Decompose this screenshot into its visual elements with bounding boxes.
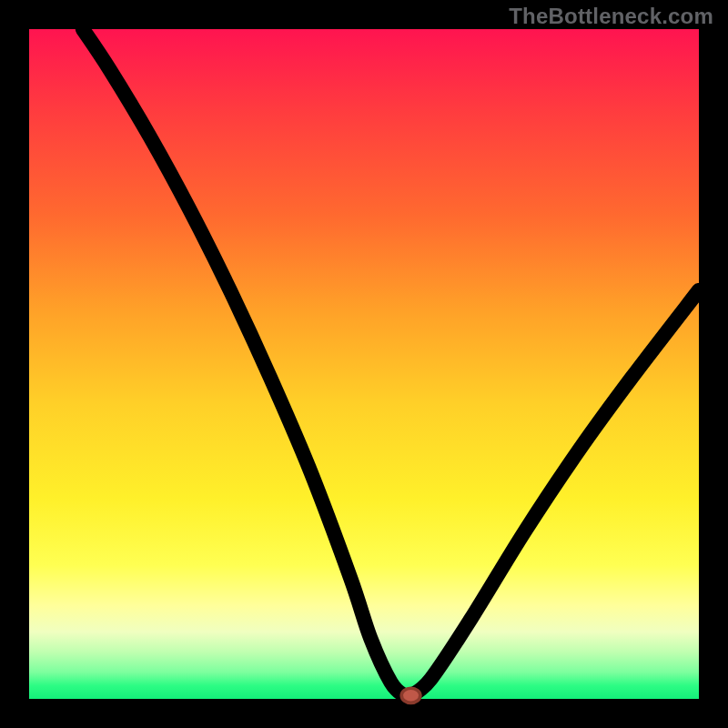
minimum-marker	[401, 688, 420, 703]
bottleneck-curve	[83, 29, 699, 697]
plot-area	[29, 29, 699, 699]
chart-svg	[29, 29, 699, 699]
chart-frame: TheBottleneck.com	[0, 0, 728, 728]
watermark-text: TheBottleneck.com	[509, 4, 713, 29]
